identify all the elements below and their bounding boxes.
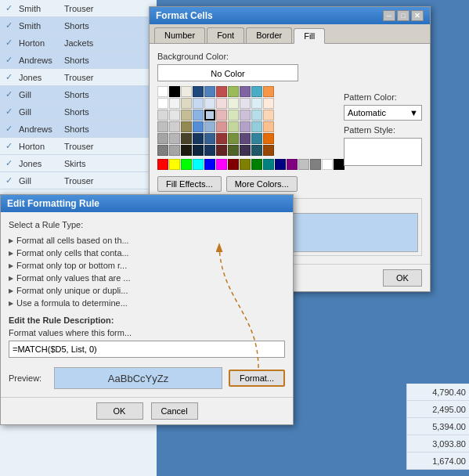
color-cell[interactable] bbox=[193, 133, 204, 144]
color-cell[interactable] bbox=[204, 145, 215, 156]
color-cell[interactable] bbox=[334, 159, 345, 170]
color-cell[interactable] bbox=[228, 98, 239, 109]
tab-font[interactable]: Font bbox=[207, 27, 244, 43]
color-cell[interactable] bbox=[204, 98, 215, 109]
color-cell[interactable] bbox=[193, 98, 204, 109]
color-cell[interactable] bbox=[251, 121, 262, 132]
color-cell[interactable] bbox=[216, 159, 227, 170]
color-cell[interactable] bbox=[181, 121, 192, 132]
color-cell[interactable] bbox=[263, 159, 274, 170]
no-color-button[interactable]: No Color bbox=[157, 64, 298, 81]
table-row[interactable]: ✓ Gill Shorts bbox=[0, 103, 157, 121]
rule-ok-button[interactable]: OK bbox=[96, 402, 143, 420]
color-cell[interactable] bbox=[181, 86, 192, 97]
color-cell[interactable] bbox=[204, 86, 215, 97]
color-cell[interactable] bbox=[310, 159, 321, 170]
table-row[interactable]: ✓ Jones Trouser bbox=[0, 69, 157, 86]
color-cell[interactable] bbox=[240, 133, 251, 144]
color-cell[interactable] bbox=[251, 98, 262, 109]
color-cell[interactable] bbox=[157, 159, 168, 170]
color-cell[interactable] bbox=[193, 86, 204, 97]
color-cell[interactable] bbox=[240, 159, 251, 170]
table-row[interactable]: ✓ Smith Shorts bbox=[0, 17, 157, 34]
fill-effects-button[interactable]: Fill Effects... bbox=[157, 176, 222, 192]
color-cell[interactable] bbox=[181, 98, 192, 109]
list-item[interactable]: Format only values that are ... bbox=[9, 272, 285, 284]
color-cell[interactable] bbox=[251, 159, 262, 170]
tab-fill[interactable]: Fill bbox=[294, 28, 325, 44]
pattern-color-dropdown[interactable]: Automatic ▼ bbox=[344, 105, 422, 121]
color-cell[interactable] bbox=[263, 121, 274, 132]
color-cell[interactable] bbox=[263, 86, 274, 97]
color-cell[interactable] bbox=[228, 86, 239, 97]
color-cell[interactable] bbox=[193, 110, 204, 121]
color-cell[interactable] bbox=[204, 159, 215, 170]
color-cell[interactable] bbox=[181, 110, 192, 121]
color-cell[interactable] bbox=[263, 98, 274, 109]
list-item[interactable]: Format all cells based on th... bbox=[9, 234, 285, 247]
maximize-button[interactable]: □ bbox=[397, 10, 409, 21]
color-cell[interactable] bbox=[181, 133, 192, 144]
color-cell[interactable] bbox=[322, 159, 333, 170]
format-button[interactable]: Format... bbox=[229, 370, 285, 387]
list-item[interactable]: Format only unique or dupli... bbox=[9, 284, 285, 297]
color-cell[interactable] bbox=[204, 121, 215, 132]
list-item[interactable]: Use a formula to determine... bbox=[9, 297, 285, 309]
color-cell[interactable] bbox=[181, 145, 192, 156]
color-cell[interactable] bbox=[204, 110, 215, 121]
color-cell[interactable] bbox=[157, 121, 168, 132]
color-cell[interactable] bbox=[275, 159, 286, 170]
color-cell[interactable] bbox=[228, 110, 239, 121]
color-cell[interactable] bbox=[216, 86, 227, 97]
table-row[interactable]: ✓ Horton Jackets bbox=[0, 34, 157, 52]
color-cell[interactable] bbox=[193, 145, 204, 156]
color-cell[interactable] bbox=[157, 145, 168, 156]
color-cell[interactable] bbox=[157, 98, 168, 109]
pattern-style-box[interactable] bbox=[344, 138, 422, 166]
color-cell[interactable] bbox=[287, 159, 298, 170]
color-cell[interactable] bbox=[216, 98, 227, 109]
color-cell[interactable] bbox=[157, 133, 168, 144]
table-row[interactable]: ✓ Andrews Shorts bbox=[0, 121, 157, 138]
color-cell[interactable] bbox=[169, 145, 180, 156]
color-cell[interactable] bbox=[169, 121, 180, 132]
color-cell[interactable] bbox=[263, 133, 274, 144]
color-cell[interactable] bbox=[157, 86, 168, 97]
color-cell[interactable] bbox=[298, 159, 309, 170]
list-item[interactable]: Format only top or bottom r... bbox=[9, 259, 285, 272]
color-cell[interactable] bbox=[216, 110, 227, 121]
color-cell[interactable] bbox=[216, 121, 227, 132]
color-cell[interactable] bbox=[169, 86, 180, 97]
table-row[interactable]: ✓ Jones Skirts bbox=[0, 155, 157, 172]
color-cell[interactable] bbox=[169, 98, 180, 109]
color-cell[interactable] bbox=[240, 121, 251, 132]
color-cell[interactable] bbox=[157, 110, 168, 121]
color-cell[interactable] bbox=[251, 145, 262, 156]
color-cell[interactable] bbox=[228, 133, 239, 144]
color-cell[interactable] bbox=[240, 145, 251, 156]
color-cell[interactable] bbox=[240, 110, 251, 121]
table-row[interactable]: ✓ Gill Trouser bbox=[0, 172, 157, 189]
close-button[interactable]: ✕ bbox=[411, 10, 424, 21]
color-cell[interactable] bbox=[263, 145, 274, 156]
rule-formula-input[interactable] bbox=[9, 341, 285, 358]
color-cell[interactable] bbox=[251, 110, 262, 121]
color-cell[interactable] bbox=[193, 159, 204, 170]
minimize-button[interactable]: ─ bbox=[383, 10, 395, 21]
tab-number[interactable]: Number bbox=[154, 27, 205, 43]
color-cell[interactable] bbox=[228, 121, 239, 132]
more-colors-button[interactable]: More Colors... bbox=[226, 176, 298, 192]
color-cell[interactable] bbox=[204, 133, 215, 144]
color-cell[interactable] bbox=[240, 86, 251, 97]
table-row[interactable]: ✓ Horton Trouser bbox=[0, 138, 157, 155]
color-cell[interactable] bbox=[240, 98, 251, 109]
color-cell[interactable] bbox=[193, 121, 204, 132]
color-cell[interactable] bbox=[228, 159, 239, 170]
color-cell[interactable] bbox=[263, 110, 274, 121]
rule-cancel-button[interactable]: Cancel bbox=[151, 402, 198, 420]
table-row[interactable]: ✓ Gill Shorts bbox=[0, 86, 157, 103]
tab-border[interactable]: Border bbox=[246, 27, 292, 43]
color-cell[interactable] bbox=[181, 159, 192, 170]
color-cell[interactable] bbox=[216, 145, 227, 156]
list-item[interactable]: Format only cells that conta... bbox=[9, 247, 285, 259]
